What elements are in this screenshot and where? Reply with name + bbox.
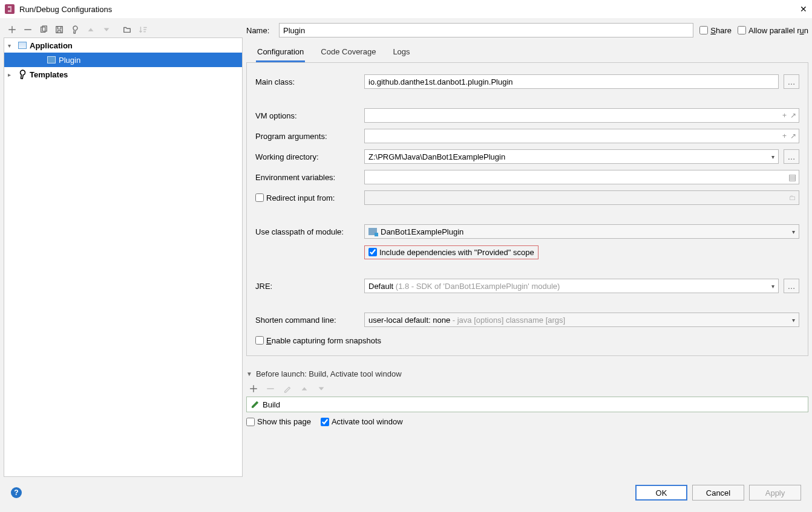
working-dir-label: Working directory: [255,152,359,161]
chevron-down-icon[interactable]: ▾ [771,154,774,160]
add-icon[interactable] [246,382,261,395]
build-task-label: Build [263,400,280,409]
jre-dropdown[interactable]: Default (1.8 - SDK of 'DanBot1ExamplePlu… [364,279,779,293]
move-down-icon [99,23,114,36]
add-icon[interactable] [5,23,19,36]
working-dir-input[interactable]: Z:\PRGM\Java\DanBot1ExamplePlugin▾ [364,149,779,164]
program-args-input[interactable]: +↗ [364,129,799,143]
main-class-input[interactable] [364,74,779,89]
redirect-checkbox[interactable]: Redirect input from: [255,193,359,203]
share-checkbox[interactable]: SSharehare [699,26,732,35]
tree-label: Plugin [59,56,80,65]
tree-label: Templates [30,70,68,79]
classpath-dropdown[interactable]: DanBot1ExamplePlugin▾ [364,224,799,239]
redirect-input: 🗀 [364,190,799,205]
tab-coverage[interactable]: Code Coverage [319,43,377,62]
titlebar: Run/Debug Configurations ✕ [0,0,812,18]
include-deps-checkbox[interactable]: Include dependencies with "Provided" sco… [368,248,534,257]
env-vars-label: Environment variables: [255,173,359,182]
folder-icon: 🗀 [789,193,796,202]
module-icon [368,228,377,235]
name-input[interactable] [279,23,693,37]
vm-options-input[interactable]: +↗ [364,108,799,123]
plus-icon[interactable]: + [782,132,787,140]
chevron-right-icon[interactable]: ▸ [8,71,15,78]
move-up-icon [297,382,312,395]
cancel-button[interactable]: Cancel [692,485,744,501]
copy-icon[interactable] [36,23,51,36]
chevron-down-icon[interactable]: ▾ [792,228,795,235]
svg-rect-2 [56,27,63,33]
activate-window-checkbox[interactable]: Activate tool window [321,417,403,426]
tree-label: Application [30,41,73,50]
config-tree[interactable]: ▾ Application Plugin ▸ Templates [4,37,243,477]
wrench-icon[interactable] [65,20,85,39]
chevron-down-icon[interactable]: ▾ [8,42,15,49]
classpath-label: Use classpath of module: [255,227,359,236]
wrench-icon [16,68,29,81]
move-down-icon [314,382,329,395]
before-launch-title: Before launch: Build, Activate tool wind… [256,369,402,378]
parallel-checkbox[interactable]: Allow parallel run [738,26,808,35]
tab-logs[interactable]: Logs [391,43,411,62]
browse-jre-button[interactable]: … [784,279,799,293]
main-class-label: Main class: [255,77,359,86]
help-icon[interactable]: ? [11,487,22,498]
shorten-label: Shorten command line: [255,316,359,325]
env-vars-input[interactable]: ▤ [364,170,799,184]
list-icon[interactable]: ▤ [788,172,796,182]
hammer-icon [250,400,259,410]
edit-icon [280,382,295,395]
application-icon [18,41,27,50]
plus-icon[interactable]: + [782,111,787,120]
config-panel: Main class: … VM options: +↗ Program arg… [246,63,808,356]
tab-configuration[interactable]: Configuration [256,43,305,62]
browse-main-class-button[interactable]: … [784,74,799,89]
chevron-down-icon[interactable]: ▾ [792,317,795,323]
chevron-down-icon[interactable]: ▾ [771,283,774,290]
close-icon[interactable]: ✕ [797,4,807,14]
tabs: Configuration Code Coverage Logs [246,44,808,63]
expand-icon[interactable]: ↗ [790,111,796,120]
window-title: Run/Debug Configurations [19,5,797,14]
program-args-label: Program arguments: [255,132,359,141]
application-icon [47,55,56,65]
sort-icon [136,23,150,36]
show-page-checkbox[interactable]: Show this page [246,417,311,426]
save-icon[interactable] [52,23,67,36]
include-deps-highlight: Include dependencies with "Provided" sco… [364,245,539,259]
vm-options-label: VM options: [255,111,359,120]
folder-icon[interactable] [120,23,134,36]
apply-button: Apply [749,485,801,501]
shorten-dropdown[interactable]: user-local default: none - java [options… [364,313,799,327]
remove-icon [263,382,278,395]
snapshots-checkbox[interactable]: Enable capturing form snapshots [255,336,381,345]
expand-icon[interactable]: ↗ [790,132,796,140]
move-up-icon [83,23,98,36]
remove-icon[interactable] [21,23,35,36]
before-launch-section: ▼ Before launch: Build, Activate tool wi… [246,369,808,426]
intellij-icon [5,4,15,14]
jre-label: JRE: [255,282,359,291]
name-label: Name: [246,26,273,35]
tree-node-templates[interactable]: ▸ Templates [4,67,242,82]
browse-working-dir-button[interactable]: … [784,149,799,164]
tree-node-application[interactable]: ▾ Application [4,38,242,53]
tree-toolbar [4,22,243,37]
before-launch-list[interactable]: Build [246,397,808,412]
ok-button[interactable]: OK [635,485,687,501]
before-launch-header[interactable]: ▼ Before launch: Build, Activate tool wi… [246,369,808,378]
chevron-down-icon[interactable]: ▼ [246,371,252,377]
tree-node-plugin[interactable]: Plugin [4,53,242,67]
dialog-buttons: ? OK Cancel Apply [4,477,808,508]
